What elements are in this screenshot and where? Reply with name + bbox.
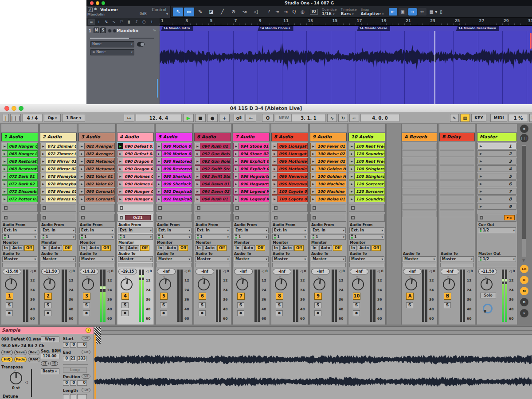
playhead[interactable] (434, 31, 435, 104)
clip-play-icon[interactable]: ▶ (234, 188, 239, 194)
dropdown[interactable]: 1 (311, 234, 346, 240)
clip-play-icon[interactable]: ▶ (2, 181, 8, 187)
clip-play-icon[interactable]: ▶ (311, 143, 316, 149)
clip-play-icon[interactable]: ▶ (272, 166, 278, 172)
return-header[interactable]: B Delay (439, 133, 475, 141)
sample-waveform-display[interactable]: ▷ ▷ (94, 327, 532, 399)
position-set-button[interactable]: Set (82, 374, 90, 379)
scene-slot[interactable]: ▶8 (477, 196, 516, 202)
solo-button[interactable]: S (444, 302, 451, 308)
clip-play-icon[interactable]: ▶ (311, 166, 316, 172)
bend-tool[interactable]: ↝ (239, 8, 250, 16)
clip-stop-slot[interactable] (117, 204, 153, 212)
clip-slot[interactable]: ▶120 Sorcerer 01 (349, 180, 385, 187)
warp-button[interactable]: Warp (41, 336, 59, 342)
loop-button[interactable]: ↻ (338, 114, 348, 122)
master-header[interactable]: Master (477, 133, 517, 141)
monitor-auto-button[interactable]: Auto (319, 245, 332, 251)
clip-slot[interactable]: ▶100 Coyote 01 (272, 188, 308, 195)
clip-stop-slot[interactable] (272, 214, 308, 222)
timeline-ruler[interactable]: 135791113151719212325272931 (160, 18, 532, 26)
clip-stop-slot[interactable] (349, 204, 385, 212)
volume-display[interactable]: -15.40 (3, 269, 21, 274)
clip-play-icon[interactable]: ▶ (41, 166, 46, 172)
stop-all-clips-slot[interactable]: ►≡ (477, 214, 516, 222)
clip-slot[interactable]: ▶100 Coyote 02 (272, 196, 308, 202)
track-header[interactable]: 3 Audio (78, 133, 115, 141)
pan-knob[interactable] (82, 278, 94, 290)
clip-slot[interactable]: ▶100 Machine 02 (310, 188, 346, 195)
clip-stop-slot[interactable] (156, 214, 192, 222)
automation-toggle[interactable] (137, 42, 145, 47)
arm-button[interactable]: ● (276, 310, 283, 316)
track-header[interactable]: 4 Audio (117, 133, 154, 141)
track-header[interactable]: 8 Audio (271, 133, 308, 141)
clip-play-icon[interactable]: ▶ (349, 158, 355, 164)
dropdown[interactable]: 1 (2, 234, 37, 240)
clip-play-icon[interactable]: ▶ (79, 166, 85, 172)
clip-play-icon[interactable]: ▶ (118, 196, 123, 202)
monitor-off-button[interactable]: Off (372, 245, 381, 251)
scene-slot[interactable]: ▶7 (477, 188, 516, 195)
clip-slot[interactable]: ▶100 Noise 01 (310, 196, 346, 202)
note-icon[interactable]: ♪ (133, 19, 140, 25)
film-view-icon[interactable]: ▯ (440, 9, 442, 14)
scene-play-icon[interactable]: ▶ (480, 175, 482, 178)
scene-play-icon[interactable]: ▶ (480, 167, 482, 171)
arm-button[interactable]: ● (83, 310, 90, 316)
monitor-off-button[interactable]: Off (294, 245, 304, 251)
clip-stop-slot[interactable] (79, 204, 115, 212)
monitor-in-button[interactable]: In (41, 245, 48, 251)
monitor-off-button[interactable]: Off (333, 245, 342, 251)
stop-all-clips-button[interactable]: ►≡ (504, 215, 515, 220)
clip-slot[interactable]: ▶096 Hogwarts 02 (233, 180, 269, 187)
solo-button[interactable]: S (276, 302, 283, 308)
clip-slot[interactable]: ▶078 Moves 01 (40, 188, 76, 195)
clip-play-icon[interactable]: ▶ (156, 158, 162, 164)
pan-knob[interactable] (5, 278, 17, 290)
solo-button[interactable]: S (100, 27, 106, 33)
arrangement-marker[interactable]: 14 Mando Verse (357, 26, 390, 31)
clip-slot[interactable]: ▶090 Restored 01 (156, 158, 192, 164)
scene-play-icon[interactable]: ▶ (480, 197, 482, 201)
clip-stop-slot[interactable] (40, 204, 76, 212)
clip-play-icon[interactable]: ▶ (79, 188, 85, 194)
clip-play-icon[interactable]: ▶ (349, 188, 355, 194)
track-activator-button[interactable]: 3 (83, 293, 90, 300)
solo-button[interactable]: S (121, 302, 129, 308)
arm-button[interactable]: ● (199, 310, 206, 316)
clip-slot[interactable]: ▶092 Despicable (156, 188, 192, 195)
clip-slot[interactable]: ▶072 Zimmer 01 (40, 143, 76, 149)
dropdown[interactable]: Ext. In (195, 227, 230, 233)
follow-button[interactable]: ↦ (124, 114, 134, 122)
arm-button[interactable]: ● (121, 310, 129, 316)
length-bars[interactable] (63, 394, 69, 399)
volume-display[interactable]: -14.33 (80, 269, 98, 274)
arrow-right-icon[interactable]: ⇒ (408, 8, 417, 16)
scene-play-icon[interactable]: ▶ (480, 145, 482, 148)
volume-display[interactable]: -Inf (441, 269, 459, 274)
close-icon[interactable] (90, 1, 94, 5)
mixer-toggle[interactable]: M (520, 287, 528, 295)
scene-slot[interactable]: ▶1 (477, 143, 516, 149)
quantize-value[interactable]: 1/16 (322, 12, 332, 16)
snap-group[interactable]: Snap Adaptive ▾ (361, 8, 384, 16)
clip-play-icon[interactable]: ▶ (156, 143, 162, 149)
length-set-button[interactable]: Set (82, 388, 90, 392)
reenable-automation-button[interactable]: oº (234, 114, 244, 122)
dropdown[interactable]: 1 (349, 234, 384, 240)
scene-slot[interactable]: ▶4 (477, 165, 516, 172)
clip-play-icon[interactable]: ▶ (41, 196, 46, 202)
position-sixteenths[interactable]: 0 (77, 380, 87, 386)
start-sixteenths[interactable]: 0 (77, 342, 87, 348)
clip-slot[interactable]: ▶092 Gun Noise 0 (195, 150, 231, 157)
clip-slot[interactable]: ▶090 Defeat 02 (117, 150, 153, 157)
help-icon[interactable]: ? (265, 8, 273, 16)
dropdown[interactable]: Master (272, 256, 307, 262)
track-activator-button[interactable]: 2 (44, 293, 52, 300)
track-activator-button[interactable]: 5 (160, 293, 168, 300)
monitor-off-button[interactable]: Off (63, 245, 72, 251)
slider-handle-icon[interactable]: ◁ (25, 380, 28, 384)
solo-button[interactable]: S (83, 302, 90, 308)
dropdown[interactable]: Ext. In (156, 227, 192, 233)
